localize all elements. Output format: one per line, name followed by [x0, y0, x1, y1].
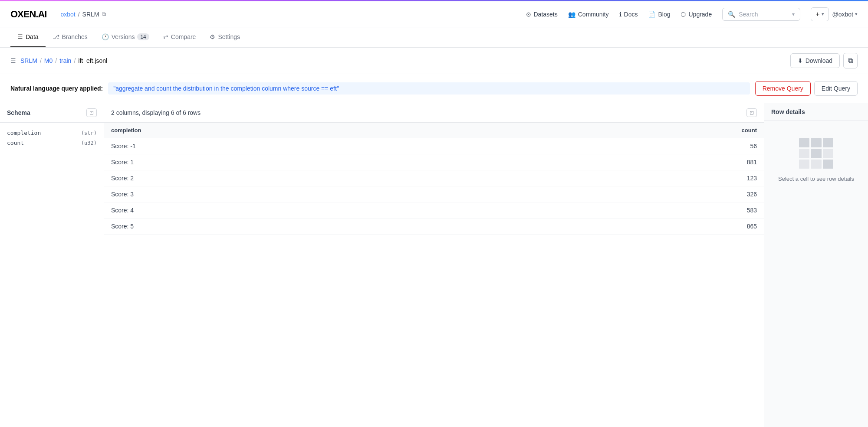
- tab-compare[interactable]: ⇄ Compare: [156, 27, 203, 47]
- nav-datasets[interactable]: ⊙ Datasets: [526, 11, 558, 18]
- search-placeholder: Search: [739, 11, 758, 18]
- row-details-header: Row details: [764, 103, 868, 121]
- schema-fields: completion (str) count (u32): [0, 123, 104, 153]
- table-row[interactable]: Score: 2123: [104, 170, 764, 186]
- schema-field-type-completion: (str): [81, 130, 97, 136]
- tab-settings[interactable]: ⚙ Settings: [203, 27, 247, 47]
- schema-field-completion: completion (str): [7, 128, 97, 138]
- nav-actions: + ▾ @oxbot ▾: [811, 7, 858, 21]
- cell-completion[interactable]: Score: 1: [104, 154, 500, 170]
- navbar: OXEN.AI oxbot / SRLM ⧉ ⊙ Datasets 👥 Comm…: [0, 1, 868, 27]
- filepath-filename: ift_eft.jsonl: [78, 57, 107, 64]
- embed-button[interactable]: ⧉: [843, 53, 858, 68]
- schema-header: Schema ⊡: [0, 103, 104, 123]
- nav-links: ⊙ Datasets 👥 Community ℹ Docs 📄 Blog ⬡ U…: [526, 7, 858, 21]
- table-row[interactable]: Score: -156: [104, 138, 764, 154]
- cell-count[interactable]: 326: [500, 186, 764, 202]
- nav-blog[interactable]: 📄 Blog: [648, 11, 670, 18]
- breadcrumb-repo: SRLM: [82, 11, 99, 18]
- data-header: 2 columns, displaying 6 of 6 rows ⊡: [104, 103, 764, 123]
- download-icon: ⬇: [798, 57, 803, 64]
- search-bar[interactable]: 🔍 Search ▾: [722, 8, 800, 21]
- cell-completion[interactable]: Score: 4: [104, 202, 500, 218]
- tab-bar: ☰ Data ⎇ Branches 🕐 Versions 14 ⇄ Compar…: [0, 27, 868, 48]
- data-panel: 2 columns, displaying 6 of 6 rows ⊡ comp…: [104, 103, 764, 427]
- breadcrumb-user[interactable]: oxbot: [60, 11, 75, 18]
- filepath: ☰ SRLM / M0 / train / ift_eft.jsonl: [10, 57, 107, 64]
- datasets-icon: ⊙: [526, 11, 531, 18]
- column-toggle-button[interactable]: ⊡: [746, 108, 757, 117]
- schema-title: Schema: [7, 109, 30, 116]
- table-row[interactable]: Score: 1881: [104, 154, 764, 170]
- tab-data[interactable]: ☰ Data: [10, 27, 46, 47]
- tab-branches[interactable]: ⎇ Branches: [46, 27, 95, 47]
- filepath-srlm[interactable]: SRLM: [20, 57, 37, 64]
- query-label: Natural language query applied:: [10, 85, 103, 92]
- breadcrumb-sep: /: [78, 11, 80, 18]
- schema-panel: Schema ⊡ completion (str) count (u32): [0, 103, 104, 427]
- tab-versions[interactable]: 🕐 Versions 14: [95, 27, 156, 47]
- versions-icon: 🕐: [102, 33, 109, 40]
- col-header-completion: completion: [104, 123, 500, 138]
- row-details-empty-text: Select a cell to see row details: [778, 176, 854, 182]
- schema-field-type-count: (u32): [81, 140, 97, 146]
- blog-icon: 📄: [648, 11, 655, 18]
- cell-completion[interactable]: Score: 3: [104, 186, 500, 202]
- table-row[interactable]: Score: 4583: [104, 202, 764, 218]
- user-menu[interactable]: @oxbot ▾: [832, 11, 858, 18]
- filepath-bar: ☰ SRLM / M0 / train / ift_eft.jsonl ⬇ Do…: [0, 48, 868, 74]
- table-row[interactable]: Score: 3326: [104, 186, 764, 202]
- docs-icon: ℹ: [619, 11, 621, 18]
- filepath-actions: ⬇ Download ⧉: [790, 53, 858, 68]
- download-button[interactable]: ⬇ Download: [790, 53, 840, 68]
- plus-button[interactable]: + ▾: [811, 7, 829, 21]
- schema-field-name-completion: completion: [7, 130, 41, 136]
- logo: OXEN.AI: [10, 9, 46, 20]
- cell-completion[interactable]: Score: 5: [104, 218, 500, 235]
- row-details-body: Select a cell to see row details: [764, 121, 868, 199]
- search-icon: 🔍: [728, 11, 735, 18]
- versions-badge: 14: [137, 33, 149, 40]
- query-actions: Remove Query Edit Query: [755, 81, 858, 96]
- community-icon: 👥: [568, 11, 575, 18]
- cell-completion[interactable]: Score: -1: [104, 138, 500, 154]
- schema-field-name-count: count: [7, 140, 24, 146]
- schema-field-count: count (u32): [7, 138, 97, 148]
- embed-icon: ⧉: [848, 57, 853, 64]
- edit-query-button[interactable]: Edit Query: [814, 81, 858, 96]
- settings-icon: ⚙: [210, 33, 215, 40]
- nav-upgrade[interactable]: ⬡ Upgrade: [681, 11, 712, 18]
- branches-icon: ⎇: [53, 33, 59, 40]
- table-row[interactable]: Score: 5865: [104, 218, 764, 235]
- col-header-count: count: [500, 123, 764, 138]
- cell-count[interactable]: 865: [500, 218, 764, 235]
- cell-count[interactable]: 56: [500, 138, 764, 154]
- row-details-placeholder: [799, 138, 834, 169]
- data-icon: ☰: [17, 33, 23, 40]
- cell-completion[interactable]: Score: 2: [104, 170, 500, 186]
- main-content: Schema ⊡ completion (str) count (u32) 2 …: [0, 103, 868, 427]
- data-table: completion count Score: -156Score: 1881S…: [104, 123, 764, 235]
- cell-count[interactable]: 881: [500, 154, 764, 170]
- copy-icon[interactable]: ⧉: [102, 11, 106, 18]
- compare-icon: ⇄: [163, 33, 168, 40]
- file-icon: ☰: [10, 57, 16, 64]
- nav-community[interactable]: 👥 Community: [568, 11, 609, 18]
- query-bar: Natural language query applied: "aggrega…: [0, 74, 868, 103]
- schema-toggle-button[interactable]: ⊡: [86, 108, 97, 117]
- cell-count[interactable]: 123: [500, 170, 764, 186]
- upgrade-icon: ⬡: [681, 11, 686, 18]
- row-details-panel: Row details Select a cell to see row det…: [764, 103, 868, 427]
- query-text: "aggregate and count the distribution in…: [108, 82, 750, 95]
- cell-count[interactable]: 583: [500, 202, 764, 218]
- remove-query-button[interactable]: Remove Query: [755, 81, 811, 96]
- breadcrumb: oxbot / SRLM ⧉: [60, 11, 105, 18]
- nav-docs[interactable]: ℹ Docs: [619, 11, 638, 18]
- data-summary: 2 columns, displaying 6 of 6 rows: [111, 109, 201, 116]
- filepath-train[interactable]: train: [59, 57, 71, 64]
- filepath-m0[interactable]: M0: [44, 57, 53, 64]
- row-details-title: Row details: [771, 108, 805, 115]
